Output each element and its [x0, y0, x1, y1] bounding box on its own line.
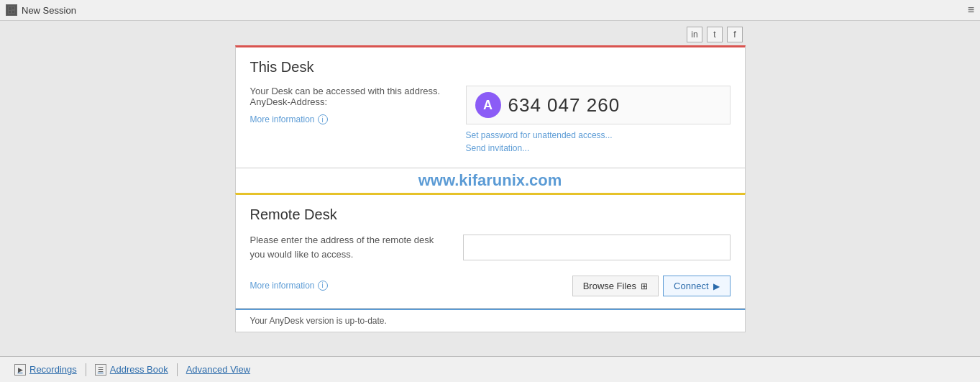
avatar: A: [475, 92, 501, 118]
advanced-view-button[interactable]: Advanced View: [179, 364, 257, 375]
svg-rect-3: [9, 11, 11, 13]
this-desk-right: A 634 047 260 Set password for unattende…: [466, 86, 731, 156]
app-icon: [6, 4, 17, 16]
facebook-icon[interactable]: f: [727, 27, 743, 42]
title-bar-left: New Session: [6, 4, 76, 16]
set-password-link[interactable]: Set password for unattended access...: [466, 130, 731, 140]
desk-description: Your Desk can be accessed with this addr…: [250, 86, 452, 107]
remote-desk-panel: Remote Desk Please enter the address of …: [235, 193, 746, 309]
connect-arrow-icon: ▶: [713, 281, 720, 291]
separator-2: [177, 363, 178, 376]
status-bar: Your AnyDesk version is up-to-date.: [235, 309, 746, 332]
browse-files-button[interactable]: Browse Files ⊞: [572, 276, 659, 296]
more-information-remote-desk[interactable]: More information i: [250, 281, 328, 291]
svg-rect-2: [12, 7, 14, 9]
remote-desk-input[interactable]: [463, 235, 731, 260]
remote-buttons: Browse Files ⊞ Connect ▶: [572, 276, 731, 296]
address-book-icon: ☰: [95, 364, 106, 376]
info-icon-remote-desk: i: [318, 281, 328, 291]
social-icons-row: in t f: [687, 27, 980, 42]
bottom-bar: ▶ Recordings ☰ Address Book Advanced Vie…: [0, 356, 980, 382]
remote-desk-title: Remote Desk: [250, 206, 731, 223]
remote-desk-input-row: Please enter the address of the remote d…: [250, 233, 731, 261]
menu-icon[interactable]: ≡: [968, 4, 974, 16]
browse-files-icon: ⊞: [641, 281, 648, 291]
twitter-icon[interactable]: t: [707, 27, 723, 42]
svg-rect-4: [12, 11, 14, 13]
linkedin-icon[interactable]: in: [687, 27, 702, 42]
separator-1: [86, 363, 86, 376]
more-information-this-desk[interactable]: More information i: [250, 114, 452, 124]
title-bar: New Session ≡: [0, 0, 980, 21]
svg-rect-1: [9, 7, 12, 10]
main-content: in t f This Desk Your Desk can be access…: [0, 21, 980, 356]
connect-button[interactable]: Connect ▶: [663, 276, 730, 296]
recordings-icon: ▶: [14, 364, 26, 376]
watermark: www.kifarunix.com: [235, 168, 746, 193]
window-title: New Session: [22, 5, 76, 16]
remote-desk-bottom-row: More information i Browse Files ⊞ Connec…: [250, 268, 731, 296]
address-box: A 634 047 260: [466, 86, 731, 124]
this-desk-left: Your Desk can be accessed with this addr…: [250, 86, 452, 124]
address-book-button[interactable]: ☰ Address Book: [88, 364, 175, 376]
info-icon-this-desk: i: [318, 114, 328, 124]
remote-desk-description: Please enter the address of the remote d…: [250, 233, 452, 261]
send-invitation-link[interactable]: Send invitation...: [466, 143, 731, 153]
this-desk-title: This Desk: [250, 59, 731, 76]
desk-address: 634 047 260: [508, 94, 620, 117]
this-desk-panel: This Desk Your Desk can be accessed with…: [235, 45, 746, 168]
recordings-button[interactable]: ▶ Recordings: [7, 364, 84, 376]
